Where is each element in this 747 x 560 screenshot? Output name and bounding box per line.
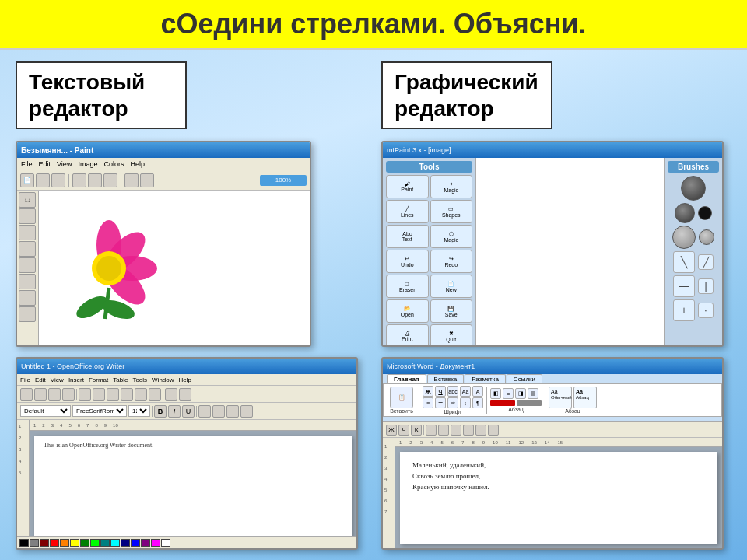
swatch-magenta[interactable] <box>151 539 160 547</box>
brush-m[interactable] <box>698 206 712 220</box>
w2-btn1[interactable]: Ж <box>386 425 397 436</box>
tb-btn-redo[interactable] <box>140 173 154 187</box>
tool-abc[interactable]: Abc Text <box>386 225 429 248</box>
w2-btn7[interactable] <box>463 425 474 436</box>
size-select[interactable]: 12 <box>128 405 150 417</box>
swatch-darkgreen[interactable] <box>80 539 89 547</box>
tb-btn-paste[interactable] <box>103 173 117 187</box>
tab-insert[interactable]: Вставка <box>427 374 465 383</box>
align-right-btn[interactable] <box>226 405 239 418</box>
brush-hline[interactable]: — <box>673 275 695 297</box>
align-center-btn[interactable] <box>212 405 225 418</box>
paste-btn[interactable]: 📋 <box>390 387 413 408</box>
swatch-red[interactable] <box>50 539 59 547</box>
color-btn2[interactable]: А <box>472 386 483 397</box>
tool-text[interactable] <box>19 257 36 273</box>
w-btn3[interactable] <box>48 388 61 401</box>
w2-btn4[interactable] <box>426 425 437 436</box>
abc-btn[interactable]: abc <box>447 386 458 397</box>
swatch-green[interactable] <box>90 539 100 547</box>
style-h1[interactable]: AаАбзац <box>573 387 597 408</box>
swatch-purple[interactable] <box>141 539 150 547</box>
w-btn11[interactable] <box>165 388 177 401</box>
tool-print[interactable]: 🖨 Print <box>386 324 429 347</box>
swatch-white[interactable] <box>161 539 170 547</box>
tb-btn-save[interactable] <box>51 173 65 187</box>
tb-btn-cut[interactable] <box>72 173 86 187</box>
tool-fill[interactable] <box>19 241 36 257</box>
tool-undo[interactable]: ↩ Undo <box>386 250 429 273</box>
w-btn5[interactable] <box>79 388 91 401</box>
brush-dot[interactable]: · <box>698 303 714 318</box>
acenter-btn[interactable]: ≡ <box>503 388 514 399</box>
underline-btn[interactable]: U <box>182 405 195 418</box>
swatch-blue[interactable] <box>131 539 140 547</box>
bold-btn2[interactable]: Ж <box>423 386 433 397</box>
tool-redo[interactable]: ↪ Redo <box>430 250 473 273</box>
swatch-teal[interactable] <box>100 539 110 547</box>
aleft-btn[interactable]: ◧ <box>490 388 501 399</box>
aa-btn[interactable]: Аа <box>460 386 471 397</box>
indent-btn[interactable]: ⇒ <box>447 397 458 408</box>
tb-btn-open[interactable] <box>36 173 50 187</box>
tool-magic[interactable]: ✦ Magic <box>430 175 473 198</box>
brush-cross[interactable]: + <box>673 299 695 321</box>
sort-btn[interactable]: ↕ <box>460 397 471 408</box>
w2-btn3[interactable]: К <box>411 425 422 436</box>
ajust-btn[interactable]: ▤ <box>528 388 538 399</box>
tool-save[interactable]: 💾 Save <box>430 299 473 323</box>
swatch-black[interactable] <box>19 539 29 547</box>
para-btn[interactable]: ¶ <box>472 397 483 408</box>
w2-btn2[interactable]: Ч <box>398 425 409 436</box>
tool-shapes[interactable]: ▭ Shapes <box>430 200 473 223</box>
brush-l[interactable] <box>675 203 695 223</box>
font-select[interactable]: FreeSerifRoman <box>72 405 127 417</box>
brush-diagonal2[interactable]: ╱ <box>698 254 714 270</box>
w-btn2[interactable] <box>34 388 47 401</box>
tb-btn-copy[interactable] <box>88 173 102 187</box>
brush-gray-m[interactable] <box>699 229 714 245</box>
brush-vline[interactable]: | <box>698 278 714 294</box>
brush-diagonal1[interactable]: ╲ <box>673 251 695 273</box>
justify-btn[interactable] <box>240 405 253 418</box>
tool-lasso[interactable] <box>19 208 36 224</box>
tool-spray[interactable] <box>19 306 36 322</box>
tb-btn-new[interactable]: 📄 <box>20 173 34 187</box>
tool-open[interactable]: 📂 Open <box>386 299 429 323</box>
w-btn12[interactable] <box>179 388 191 401</box>
tool-magic2[interactable]: ⬡ Magic <box>430 225 473 248</box>
align-left-btn[interactable] <box>198 405 211 418</box>
w-btn6[interactable] <box>93 388 105 401</box>
italic-btn[interactable]: I <box>168 405 181 418</box>
tool-eraser[interactable] <box>19 225 36 240</box>
brush-xl[interactable] <box>681 176 706 201</box>
w2-btn9[interactable] <box>488 425 499 436</box>
tool-eraser2[interactable]: ◻ Eraser <box>386 275 429 298</box>
swatch-yellow[interactable] <box>70 539 79 547</box>
style-normal[interactable]: AаОбычный <box>549 387 572 408</box>
list2-btn[interactable]: ☰ <box>435 397 446 408</box>
swatch-cyan[interactable] <box>110 539 120 547</box>
w-btn8[interactable] <box>121 388 133 401</box>
bold-btn[interactable]: B <box>154 405 167 418</box>
w-btn4[interactable] <box>62 388 75 401</box>
style-select[interactable]: Default <box>20 405 71 417</box>
tool-lines[interactable]: ╱ Lines <box>386 200 429 223</box>
list1-btn[interactable]: ≡ <box>423 397 433 408</box>
tool-select[interactable]: ⬚ <box>19 192 36 208</box>
tb-btn-undo[interactable] <box>124 173 139 187</box>
tab-format[interactable]: Разметка <box>465 374 506 383</box>
tool-paint[interactable]: 🖌 Paint <box>386 175 429 198</box>
swatch-darkred[interactable] <box>40 539 49 547</box>
w-btn1[interactable] <box>20 388 33 401</box>
w2-btn5[interactable] <box>438 425 449 436</box>
w-btn10[interactable] <box>149 388 161 401</box>
swatch-gray[interactable] <box>30 539 39 547</box>
tool-new[interactable]: 📄 New <box>430 275 473 298</box>
tool-brush[interactable] <box>19 290 36 306</box>
under-btn2[interactable]: Ч <box>435 386 446 397</box>
w-btn7[interactable] <box>107 388 119 401</box>
aright-btn[interactable]: ◨ <box>515 388 526 399</box>
tool-pencil[interactable] <box>19 274 36 289</box>
swatch-navy[interactable] <box>121 539 130 547</box>
